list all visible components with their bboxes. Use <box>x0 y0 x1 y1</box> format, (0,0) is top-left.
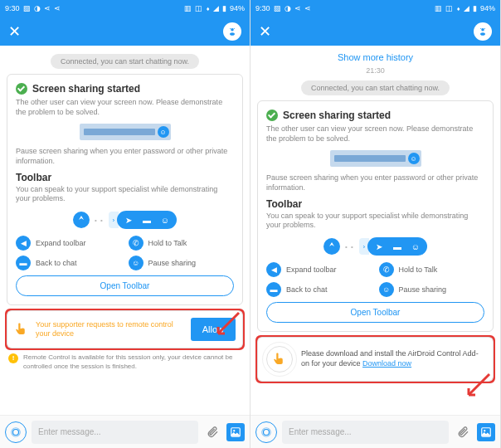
battery-percent: 94% <box>480 4 495 12</box>
vibrate-icon: ◫ <box>445 4 453 12</box>
toolbar-section-title: Toolbar <box>266 198 484 210</box>
connection-status-pill: Connected, you can start chatting now. <box>51 54 199 69</box>
expand-icon <box>73 212 90 228</box>
pause-warning: Pause screen sharing when you enter pass… <box>266 173 484 192</box>
card-description: The other user can view your screen now.… <box>16 98 234 117</box>
android-statusbar: 9:30 ▧ ◑ ⋖ ⋖ ▥ ◫ ⬧ ◢ ▮ 94% <box>250 0 500 17</box>
message-footer: Enter message... <box>250 415 500 448</box>
download-text: Please download and install the AirDroid… <box>301 349 484 368</box>
message-input[interactable]: Enter message... <box>32 421 198 444</box>
bot-avatar-icon[interactable] <box>223 22 241 41</box>
svg-point-11 <box>484 27 485 28</box>
voice-button[interactable] <box>255 421 277 443</box>
rc-info-text: Remote Control is available for this ses… <box>23 353 241 371</box>
send-icon: ➤ <box>120 212 137 228</box>
svg-point-7 <box>233 430 235 431</box>
mic-icon: ✆ <box>129 236 143 251</box>
toolbar-section-title: Toolbar <box>16 172 234 183</box>
clock: 9:30 <box>5 4 20 12</box>
legend-label: Back to chat <box>286 285 328 294</box>
pause-warning: Pause screen sharing when you enter pass… <box>16 147 234 166</box>
close-icon[interactable]: ✕ <box>259 22 271 41</box>
bot-icon: ☺ <box>408 153 420 164</box>
svg-point-4 <box>13 429 19 435</box>
mic-icon: ✆ <box>379 262 394 277</box>
allow-button[interactable]: Allow <box>191 318 236 341</box>
svg-point-10 <box>480 27 481 28</box>
message-input[interactable]: Enter message... <box>282 421 449 444</box>
svg-point-9 <box>480 32 485 36</box>
expand-icon <box>323 238 340 255</box>
dots-icon: • • <box>345 243 354 251</box>
download-addon-card: Please download and install the AirDroid… <box>257 337 494 382</box>
battery-percent: 94% <box>230 4 245 12</box>
toolbar-legend: ◀Expand toolbar ✆Hold to Talk ▬Back to c… <box>16 236 234 270</box>
hand-tap-icon <box>14 322 29 337</box>
toolbar-pill: ➤ ▬ ☺ <box>367 237 427 256</box>
expand-icon: ◀ <box>16 236 31 251</box>
notif-icon: ⋖ <box>54 4 61 12</box>
notif-icon: ◑ <box>34 4 41 12</box>
toolbar-pill: ➤ ▬ ☺ <box>117 211 177 229</box>
bot-avatar-icon[interactable] <box>474 22 492 41</box>
pause-icon: ☺ <box>129 256 143 270</box>
svg-point-2 <box>230 27 231 28</box>
notif-icon: ▧ <box>274 4 281 12</box>
card-description: The other user can view your screen now.… <box>266 124 484 144</box>
download-link[interactable]: Download now <box>362 359 411 368</box>
check-circle-icon <box>16 83 27 95</box>
attachment-icon[interactable] <box>454 423 472 441</box>
chat-icon: ▬ <box>139 212 155 228</box>
app-header: ✕ <box>250 17 500 46</box>
legend-label: Hold to Talk <box>399 265 438 274</box>
notif-icon: ◑ <box>285 4 291 12</box>
toolbar-legend: ◀Expand toolbar ✆Hold to Talk ▬Back to c… <box>266 262 484 297</box>
wifi-icon: ⬧ <box>206 4 210 12</box>
toolbar-mini-preview: ☺ <box>330 150 421 167</box>
message-footer: Enter message... <box>0 415 250 448</box>
bot-icon: ☺ <box>157 212 173 228</box>
card-title: Screen sharing started <box>32 83 140 95</box>
voice-button[interactable] <box>5 421 27 443</box>
signal-icon: ◢ <box>464 4 469 12</box>
toolbar-preview: • • › ➤ ▬ ☺ <box>16 211 234 229</box>
open-toolbar-button[interactable]: Open Toolbar <box>16 275 234 296</box>
remote-control-request-card: Your supporter requests to remote contro… <box>7 310 243 348</box>
info-badge-icon: ! <box>8 353 18 363</box>
screenshare-card: Screen sharing started The other user ca… <box>7 74 243 305</box>
chat-content: Connected, you can start chatting now. S… <box>0 46 250 415</box>
close-icon[interactable]: ✕ <box>8 22 21 41</box>
toolbar-preview: • • › ➤ ▬ ☺ <box>266 237 484 256</box>
svg-point-3 <box>234 27 235 28</box>
legend-label: Back to chat <box>36 259 77 267</box>
open-toolbar-button[interactable]: Open Toolbar <box>266 302 484 323</box>
send-icon: ➤ <box>371 238 387 255</box>
svg-point-15 <box>484 430 485 431</box>
check-circle-icon <box>266 110 278 121</box>
notif-icon: ⋖ <box>304 4 311 12</box>
legend-label: Expand toolbar <box>286 265 337 274</box>
vibrate-icon: ◫ <box>195 4 202 12</box>
request-text: Your supporter requests to remote contro… <box>36 320 184 338</box>
notif-icon: ⋖ <box>294 4 301 12</box>
expand-icon: ◀ <box>266 262 281 277</box>
app-header: ✕ <box>0 17 250 46</box>
image-icon[interactable] <box>226 423 245 441</box>
signal-icon: ◢ <box>213 4 219 12</box>
svg-point-1 <box>230 32 235 36</box>
toolbar-description: You can speak to your support specialist… <box>266 212 484 231</box>
legend-label: Expand toolbar <box>36 239 86 247</box>
legend-label: Pause sharing <box>148 259 197 267</box>
notif-icon: ▧ <box>23 4 31 12</box>
attachment-icon[interactable] <box>203 423 221 441</box>
bot-icon: ☺ <box>158 126 169 138</box>
pause-icon: ☺ <box>379 282 394 297</box>
image-icon[interactable] <box>477 423 495 441</box>
dots-icon: • • <box>95 217 104 224</box>
chat-icon: ▬ <box>389 238 406 255</box>
legend-label: Hold to Talk <box>148 239 187 247</box>
nfc-icon: ▥ <box>184 4 192 12</box>
chat-content: Show more history 21:30 Connected, you c… <box>250 46 500 415</box>
show-history-link[interactable]: Show more history <box>257 51 494 64</box>
bot-icon: ☺ <box>407 238 424 255</box>
